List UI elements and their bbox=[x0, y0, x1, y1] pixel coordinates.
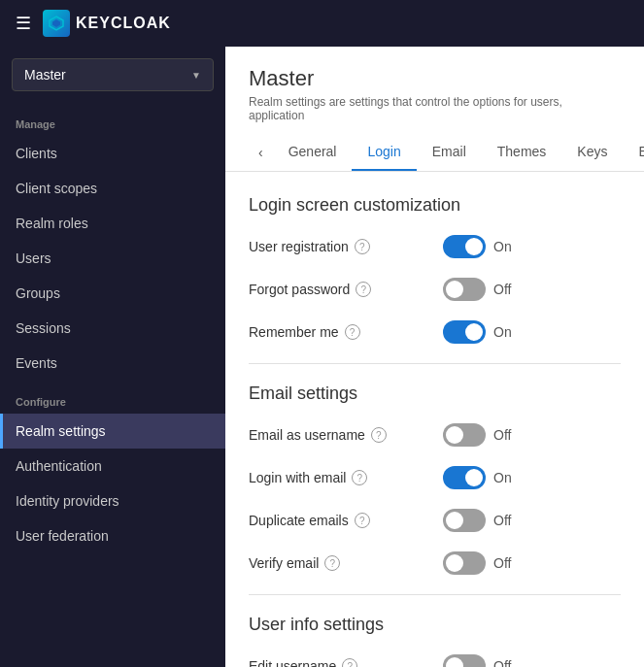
edit-username-toggle-area: Off bbox=[443, 654, 511, 667]
tab-general[interactable]: General bbox=[273, 134, 353, 171]
divider-2 bbox=[249, 594, 621, 595]
page-title: Master bbox=[249, 66, 621, 91]
chevron-down-icon: ▼ bbox=[191, 70, 201, 81]
edit-username-state: Off bbox=[493, 658, 511, 667]
remember-me-help-icon[interactable]: ? bbox=[345, 324, 360, 340]
edit-username-label: Edit username ? bbox=[249, 658, 443, 667]
verify-email-row: Verify email ? Off bbox=[249, 551, 621, 575]
sidebar-item-user-federation[interactable]: User federation bbox=[0, 518, 225, 553]
main-content: Master Realm settings are settings that … bbox=[225, 47, 644, 667]
forgot-password-label: Forgot password ? bbox=[249, 282, 443, 297]
remember-me-state: On bbox=[493, 324, 512, 340]
sidebar-item-clients[interactable]: Clients bbox=[0, 136, 225, 171]
user-info-section-title: User info settings bbox=[249, 615, 621, 635]
duplicate-emails-label: Duplicate emails ? bbox=[249, 513, 443, 528]
remember-me-label: Remember me ? bbox=[249, 324, 443, 340]
sidebar-item-users[interactable]: Users bbox=[0, 241, 225, 276]
page-subtitle: Realm settings are settings that control… bbox=[249, 95, 621, 122]
user-registration-state: On bbox=[493, 239, 512, 254]
realm-name: Master bbox=[24, 67, 66, 83]
tabs-bar: ‹ General Login Email Themes Keys Events bbox=[249, 134, 621, 171]
email-as-username-toggle[interactable] bbox=[443, 423, 486, 447]
login-with-email-row: Login with email ? On bbox=[249, 466, 621, 489]
email-as-username-row: Email as username ? Off bbox=[249, 423, 621, 447]
remember-me-toggle-area: On bbox=[443, 320, 512, 344]
sidebar-item-identity-providers[interactable]: Identity providers bbox=[0, 484, 225, 518]
tab-events[interactable]: Events bbox=[623, 134, 644, 171]
edit-username-row: Edit username ? Off bbox=[249, 654, 621, 667]
sidebar-item-groups[interactable]: Groups bbox=[0, 276, 225, 311]
login-with-email-label: Login with email ? bbox=[249, 470, 443, 485]
email-as-username-label: Email as username ? bbox=[249, 427, 443, 443]
divider-1 bbox=[249, 363, 621, 364]
tab-keys[interactable]: Keys bbox=[561, 134, 623, 171]
manage-section-label: Manage bbox=[0, 103, 225, 136]
email-as-username-toggle-area: Off bbox=[443, 423, 511, 447]
sidebar: Master ▼ Manage Clients Client scopes Re… bbox=[0, 47, 225, 667]
sidebar-item-authentication[interactable]: Authentication bbox=[0, 449, 225, 484]
login-screen-section-title: Login screen customization bbox=[249, 195, 621, 216]
edit-username-toggle[interactable] bbox=[443, 654, 486, 667]
verify-email-help-icon[interactable]: ? bbox=[324, 555, 340, 571]
sidebar-item-events[interactable]: Events bbox=[0, 346, 225, 381]
edit-username-help-icon[interactable]: ? bbox=[342, 658, 357, 667]
tab-login[interactable]: Login bbox=[352, 134, 416, 171]
user-registration-help-icon[interactable]: ? bbox=[355, 239, 370, 254]
content-area: Login screen customization User registra… bbox=[225, 172, 644, 667]
forgot-password-row: Forgot password ? Off bbox=[249, 278, 621, 301]
verify-email-toggle[interactable] bbox=[443, 551, 486, 575]
forgot-password-state: Off bbox=[493, 282, 511, 297]
logo: KEYCLOAK bbox=[43, 10, 171, 37]
forgot-password-toggle[interactable] bbox=[443, 278, 486, 301]
login-with-email-toggle[interactable] bbox=[443, 466, 486, 489]
email-as-username-state: Off bbox=[493, 427, 511, 443]
duplicate-emails-toggle[interactable] bbox=[443, 509, 486, 532]
login-with-email-help-icon[interactable]: ? bbox=[352, 470, 367, 485]
forgot-password-help-icon[interactable]: ? bbox=[356, 282, 371, 297]
svg-marker-1 bbox=[52, 19, 60, 27]
remember-me-row: Remember me ? On bbox=[249, 320, 621, 344]
email-settings-section-title: Email settings bbox=[249, 384, 621, 404]
tab-themes[interactable]: Themes bbox=[482, 134, 562, 171]
duplicate-emails-row: Duplicate emails ? Off bbox=[249, 509, 621, 532]
verify-email-toggle-area: Off bbox=[443, 551, 511, 575]
login-with-email-state: On bbox=[493, 470, 512, 485]
logo-icon bbox=[43, 10, 70, 37]
user-registration-row: User registration ? On bbox=[249, 235, 621, 258]
tab-prev-button[interactable]: ‹ bbox=[249, 137, 273, 168]
forgot-password-toggle-area: Off bbox=[443, 278, 511, 301]
page-header: Master Realm settings are settings that … bbox=[225, 47, 644, 172]
configure-section-label: Configure bbox=[0, 381, 225, 414]
remember-me-toggle[interactable] bbox=[443, 320, 486, 344]
sidebar-item-sessions[interactable]: Sessions bbox=[0, 311, 225, 346]
user-registration-toggle-area: On bbox=[443, 235, 512, 258]
duplicate-emails-state: Off bbox=[493, 513, 511, 528]
sidebar-item-realm-roles[interactable]: Realm roles bbox=[0, 206, 225, 241]
user-registration-label: User registration ? bbox=[249, 239, 443, 254]
topbar: ☰ KEYCLOAK bbox=[0, 0, 644, 47]
layout: Master ▼ Manage Clients Client scopes Re… bbox=[0, 47, 644, 667]
verify-email-label: Verify email ? bbox=[249, 555, 443, 571]
tab-email[interactable]: Email bbox=[417, 134, 482, 171]
menu-icon[interactable]: ☰ bbox=[16, 13, 31, 34]
realm-selector[interactable]: Master ▼ bbox=[12, 58, 214, 91]
login-with-email-toggle-area: On bbox=[443, 466, 512, 489]
email-as-username-help-icon[interactable]: ? bbox=[371, 427, 387, 443]
logo-text: KEYCLOAK bbox=[76, 15, 171, 32]
sidebar-item-realm-settings[interactable]: Realm settings bbox=[0, 414, 225, 449]
duplicate-emails-help-icon[interactable]: ? bbox=[355, 513, 370, 528]
sidebar-item-client-scopes[interactable]: Client scopes bbox=[0, 171, 225, 206]
user-registration-toggle[interactable] bbox=[443, 235, 486, 258]
duplicate-emails-toggle-area: Off bbox=[443, 509, 511, 532]
verify-email-state: Off bbox=[493, 555, 511, 571]
